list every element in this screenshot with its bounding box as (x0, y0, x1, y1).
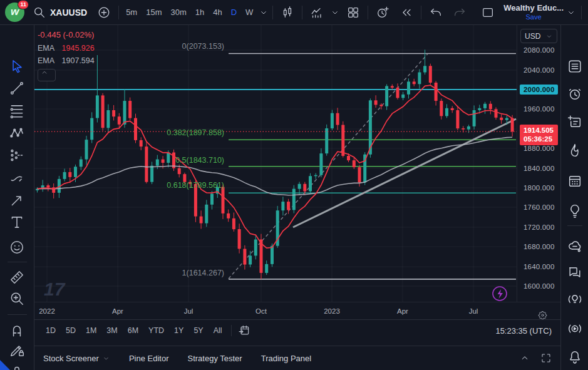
bell-icon[interactable] (567, 349, 582, 365)
interval-5m[interactable]: 5m (121, 3, 142, 23)
range-1m[interactable]: 1M (81, 326, 101, 335)
layout-menu-button[interactable] (564, 3, 579, 23)
go-to-date-icon[interactable] (238, 324, 250, 337)
svg-text:0.618(1789.561): 0.618(1789.561) (167, 181, 224, 190)
bulb-icon[interactable] (567, 203, 582, 219)
undo-button[interactable] (424, 3, 448, 23)
panel-tab-trading-panel[interactable]: Trading Panel (261, 354, 311, 363)
symbol-search-button[interactable]: XAUUSD (28, 3, 92, 23)
flame-icon[interactable] (567, 143, 582, 158)
chevron-down-icon (102, 354, 110, 362)
fib-icon[interactable] (9, 103, 25, 119)
panel-expand-icon[interactable] (540, 352, 552, 364)
ema2-row[interactable]: EMA 1907.594 (38, 56, 95, 65)
chevron-down-icon (545, 33, 553, 40)
current-layout-button[interactable] (476, 3, 500, 23)
magnet-icon[interactable] (9, 322, 25, 338)
bar-replay-button[interactable] (395, 3, 418, 23)
lock-icon[interactable] (9, 364, 25, 370)
range-toolbar: 1D5D1M3M6MYTD1Y5YAll15:23:35 (UTC) (34, 319, 560, 341)
chat-icon[interactable] (567, 265, 582, 280)
range-3m[interactable]: 3M (101, 326, 122, 335)
interval-menu-button[interactable] (257, 3, 270, 23)
range-1d[interactable]: 1D (41, 326, 61, 335)
interval-W[interactable]: W (241, 3, 257, 23)
chart-pane[interactable]: 0(2073.153)0.382(1897.858)0.5(1843.710)0… (34, 25, 517, 302)
interval-D[interactable]: D (227, 3, 241, 23)
interval-15m[interactable]: 15m (142, 3, 166, 23)
range-ytd[interactable]: YTD (143, 326, 169, 335)
indicators-icon (310, 6, 324, 19)
panel-tab-stock-screener[interactable]: Stock Screener (43, 354, 110, 363)
price-tick: 1600.000 (524, 282, 555, 290)
ema1-row[interactable]: EMA 1945.926 (38, 44, 95, 53)
layout-grid-button[interactable] (341, 3, 365, 23)
time-tick: Jul (469, 307, 478, 315)
utc-clock[interactable]: 15:23:35 (UTC) (495, 326, 554, 336)
compare-symbol-button[interactable] (92, 3, 116, 23)
text-icon[interactable] (9, 214, 25, 230)
range-1y[interactable]: 1Y (169, 326, 188, 335)
last-price-value: 1914.505 (524, 126, 554, 135)
calendar-icon[interactable] (567, 173, 582, 189)
play-radio-icon[interactable] (567, 321, 582, 337)
cursor-icon[interactable] (9, 58, 25, 75)
price-tick: 2040.000 (524, 66, 555, 74)
trend-icon[interactable] (9, 80, 25, 96)
panel-tab-strategy-tester[interactable]: Strategy Tester (187, 354, 242, 363)
save-button[interactable]: Save (526, 13, 542, 21)
divider (8, 314, 27, 315)
layout-square-icon (481, 6, 495, 19)
chart-style-button[interactable] (276, 3, 299, 23)
interval-1h[interactable]: 1h (191, 3, 209, 23)
indicator-templates-button[interactable] (329, 3, 341, 23)
time-axis[interactable]: 2022AprJulOct2023AprJul (34, 302, 560, 319)
interval-30m[interactable]: 30m (166, 3, 190, 23)
drawing-toolbar (0, 25, 34, 370)
indicators-button[interactable] (305, 3, 329, 23)
plus-circle-icon (97, 6, 111, 19)
notification-badge: 11 (18, 0, 29, 9)
range-5y[interactable]: 5Y (188, 326, 208, 335)
bulb-radio-icon[interactable] (567, 292, 582, 307)
alarm-icon[interactable] (567, 86, 582, 102)
create-alert-button[interactable] (371, 3, 395, 23)
chart-area: 0(2073.153)0.382(1897.858)0.5(1843.710)0… (34, 25, 560, 341)
smiley-icon[interactable] (9, 239, 25, 255)
divider (368, 6, 368, 19)
forecast-icon[interactable] (9, 147, 25, 163)
panel-collapse-icon[interactable] (519, 352, 530, 364)
divider (231, 325, 232, 336)
candlestick-chart[interactable]: 0(2073.153)0.382(1897.858)0.5(1843.710)0… (34, 25, 517, 302)
interval-4h[interactable]: 4h (209, 3, 226, 23)
divider (421, 6, 421, 19)
currency-selector[interactable]: USD (520, 29, 557, 43)
chart-legend: -0.445 (-0.02%) EMA 1945.926 EMA 1907.59… (38, 30, 95, 81)
price-tick: 2080.000 (524, 46, 555, 54)
zoom-in-icon[interactable] (9, 290, 25, 307)
range-6m[interactable]: 6M (123, 326, 143, 335)
svg-text:0.5(1843.710): 0.5(1843.710) (175, 156, 224, 165)
chevron-down-icon (566, 8, 576, 18)
price-scale[interactable]: USD 1914.505 05:36:25 2080.0002040.00020… (517, 25, 560, 302)
brush-icon[interactable] (9, 170, 25, 186)
panel-tab-pine-editor[interactable]: Pine Editor (129, 354, 169, 363)
watchlist-icon[interactable] (567, 59, 582, 75)
ruler-icon[interactable] (9, 269, 25, 285)
collapse-legend-button[interactable] (38, 69, 56, 81)
user-menu-button[interactable]: w 11 (4, 2, 28, 23)
range-all[interactable]: All (209, 326, 227, 335)
notes-icon[interactable] (567, 115, 582, 130)
candles-icon (281, 6, 294, 19)
pattern-icon[interactable] (9, 125, 25, 141)
layout-name[interactable]: Wealthy Educ... Save (503, 4, 564, 20)
arrow-draw-icon[interactable] (9, 192, 25, 208)
time-tick: Oct (255, 307, 267, 315)
svg-text:0.382(1897.858): 0.382(1897.858) (167, 128, 224, 137)
divider (8, 262, 27, 262)
pencil-lock-icon[interactable] (9, 342, 25, 358)
range-5d[interactable]: 5D (61, 326, 81, 335)
cloud-icon[interactable] (567, 239, 582, 254)
redo-button[interactable] (448, 3, 472, 23)
redo-icon (453, 6, 467, 19)
